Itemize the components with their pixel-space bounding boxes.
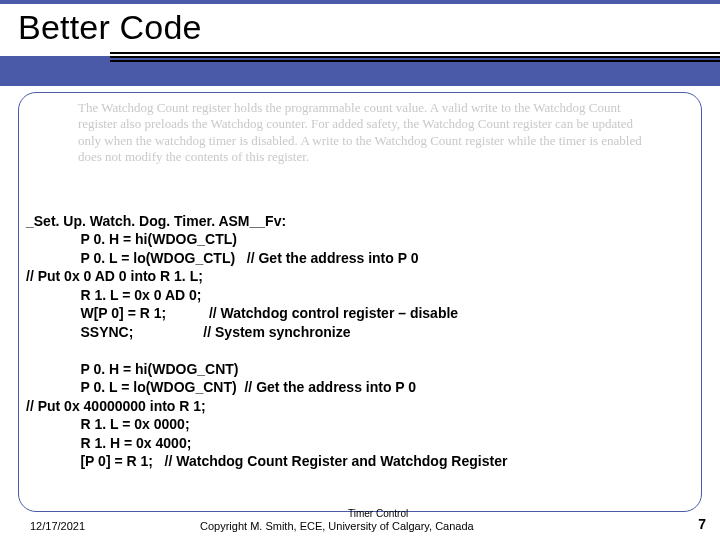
accent-bar-top: [0, 0, 720, 4]
faded-description: The Watchdog Count register holds the pr…: [78, 100, 658, 165]
code-line: R 1. H = 0x 4000;: [26, 435, 191, 451]
rule-lines: [110, 52, 720, 64]
code-line: _Set. Up. Watch. Dog. Timer. ASM__Fv:: [26, 213, 286, 229]
code-line: // Put 0x 40000000 into R 1;: [26, 398, 206, 414]
code-line: P 0. H = hi(WDOG_CNT): [26, 361, 239, 377]
code-line: R 1. L = 0x 0 AD 0;: [26, 287, 201, 303]
code-line: // Put 0x 0 AD 0 into R 1. L;: [26, 268, 203, 284]
code-line: R 1. L = 0x 0000;: [26, 416, 190, 432]
slide-title: Better Code: [18, 8, 202, 47]
code-line: P 0. L = lo(WDOG_CNT) // Get the address…: [26, 379, 416, 395]
code-line: W[P 0] = R 1; // Watchdog control regist…: [26, 305, 458, 321]
code-line: P 0. H = hi(WDOG_CTL): [26, 231, 237, 247]
footer-date: 12/17/2021: [30, 520, 85, 532]
code-block: _Set. Up. Watch. Dog. Timer. ASM__Fv: P …: [26, 212, 700, 471]
footer-topic: Timer Control: [348, 508, 408, 519]
code-line: SSYNC; // System synchronize: [26, 324, 350, 340]
slide: Better Code The Watchdog Count register …: [0, 0, 720, 540]
code-line: [P 0] = R 1; // Watchdog Count Register …: [26, 453, 507, 469]
page-number: 7: [698, 516, 706, 532]
footer-copyright: Copyright M. Smith, ECE, University of C…: [200, 520, 474, 532]
code-line: P 0. L = lo(WDOG_CTL) // Get the address…: [26, 250, 418, 266]
